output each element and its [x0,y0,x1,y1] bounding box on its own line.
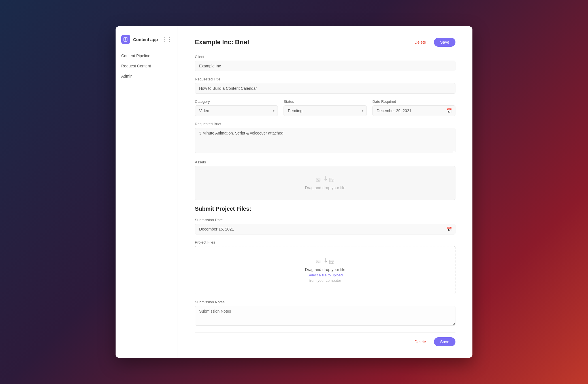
status-select[interactable]: Pending In Progress Completed Review [284,105,367,116]
submission-date-section: Submission Date 📅 [195,218,455,234]
page-header: Example Inc: Brief Delete Save [195,38,455,47]
sidebar-item-request-content[interactable]: Request Content [116,61,178,71]
category-section: Category Video Blog Social Email ▾ [195,99,278,116]
sidebar: Content app ⋮⋮ Content Pipeline Request … [116,26,178,358]
submission-date-wrapper: 📅 [195,224,455,234]
client-input[interactable] [195,61,455,71]
project-files-dropzone[interactable]: Drag and drop your file Select a file to… [195,246,455,294]
page-title: Example Inc: Brief [195,39,249,46]
bottom-actions: Delete Save [195,332,455,346]
header-actions: Delete Save [411,38,455,47]
category-select-wrapper: Video Blog Social Email ▾ [195,105,278,116]
submit-section-heading: Submit Project Files: [195,206,455,212]
project-files-label: Project Files [195,240,455,244]
requested-brief-textarea[interactable] [195,128,455,153]
status-select-wrapper: Pending In Progress Completed Review ▾ [284,105,367,116]
date-required-section: Date Required 📅 [372,99,455,116]
main-content: Example Inc: Brief Delete Save Client Re… [178,26,472,358]
project-files-upload-link[interactable]: Select a file to upload [308,273,343,277]
save-button-top[interactable]: Save [434,38,455,47]
delete-button-top[interactable]: Delete [411,38,429,46]
grid-icon[interactable]: ⋮⋮ [162,36,172,42]
requested-title-input[interactable] [195,83,455,94]
svg-point-7 [317,261,318,262]
assets-dropzone-text: Drag and drop your file [305,185,345,190]
date-required-input[interactable] [372,105,455,116]
project-files-drag-text: Drag and drop your file [305,267,345,272]
status-section: Status Pending In Progress Completed Rev… [284,99,367,116]
category-status-date-row: Category Video Blog Social Email ▾ Statu… [195,99,455,116]
svg-rect-6 [316,260,320,263]
requested-title-section: Requested Title [195,77,455,94]
submission-notes-textarea[interactable] [195,306,455,326]
client-section: Client [195,55,455,71]
status-label: Status [284,99,367,104]
sidebar-item-content-pipeline[interactable]: Content Pipeline [116,51,178,61]
submission-date-label: Submission Date [195,218,455,222]
submission-date-input[interactable] [195,224,455,234]
svg-point-5 [317,179,318,180]
assets-upload-icon [316,176,334,182]
project-files-upload-icon [316,258,334,264]
category-select[interactable]: Video Blog Social Email [195,105,278,116]
requested-title-label: Requested Title [195,77,455,81]
client-label: Client [195,55,455,59]
app-logo-icon [121,35,130,44]
category-label: Category [195,99,278,104]
requested-brief-label: Requested Brief [195,122,455,126]
project-files-section: Project Files [195,240,455,294]
assets-dropzone[interactable]: Drag and drop your file [195,166,455,200]
submission-notes-label: Submission Notes [195,300,455,304]
project-files-from-computer-text: from your computer [309,278,341,283]
save-button-bottom[interactable]: Save [434,337,455,346]
assets-label: Assets [195,160,455,164]
app-container: Content app ⋮⋮ Content Pipeline Request … [116,26,472,358]
svg-rect-4 [316,178,320,182]
sidebar-header: Content app ⋮⋮ [116,32,178,51]
submission-notes-section: Submission Notes [195,300,455,327]
delete-button-bottom[interactable]: Delete [411,338,429,346]
requested-brief-section: Requested Brief [195,122,455,154]
date-required-wrapper: 📅 [372,105,455,116]
date-required-label: Date Required [372,99,455,104]
assets-section: Assets Dra [195,160,455,200]
app-title: Content app [133,37,159,42]
sidebar-item-admin[interactable]: Admin [116,71,178,81]
